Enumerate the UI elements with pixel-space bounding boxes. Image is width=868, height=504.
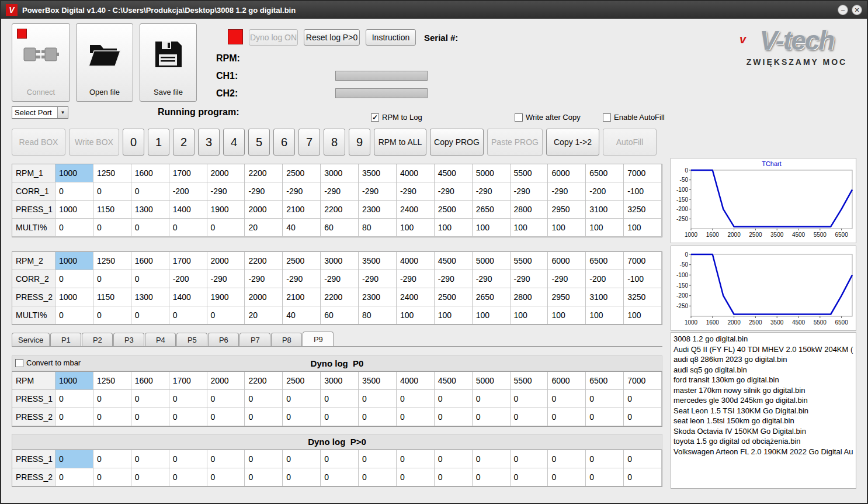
file-list-item[interactable]: toyota 1.5 go digital od obciążenia.bin bbox=[671, 436, 856, 447]
file-list-item[interactable]: ford transit 130km go digital.bin bbox=[671, 375, 856, 385]
table-cell[interactable]: 0 bbox=[473, 390, 511, 408]
table-cell[interactable]: 1000 bbox=[55, 201, 93, 219]
table-cell[interactable]: 0 bbox=[55, 450, 93, 468]
file-list-item[interactable]: Audi Q5 II (FY FL) 40 TDI MHEV 2.0 150kW… bbox=[671, 344, 856, 355]
table-cell[interactable]: 100 bbox=[586, 306, 624, 325]
table-cell[interactable]: 100 bbox=[624, 219, 662, 237]
table-cell[interactable]: 3100 bbox=[586, 201, 624, 219]
copy-prog-button[interactable]: Copy PROG bbox=[430, 129, 484, 156]
table-cell[interactable]: 5500 bbox=[511, 164, 548, 182]
table-cell[interactable]: 0 bbox=[586, 390, 624, 408]
table-cell[interactable]: 40 bbox=[283, 219, 321, 237]
table-cell[interactable]: 0 bbox=[435, 468, 473, 486]
rpm-to-all-button[interactable]: RPM to ALL bbox=[374, 129, 426, 156]
table-cell[interactable]: 100 bbox=[548, 306, 586, 325]
table-cell[interactable]: 5000 bbox=[473, 164, 511, 182]
close-button[interactable]: ✕ bbox=[852, 5, 862, 15]
table-cell[interactable]: -290 bbox=[435, 182, 473, 201]
table-cell[interactable]: 0 bbox=[93, 408, 131, 426]
table-cell[interactable]: 0 bbox=[131, 390, 169, 408]
table-cell[interactable]: 2200 bbox=[321, 201, 359, 219]
table-cell[interactable]: 0 bbox=[93, 182, 131, 201]
digit-button-3[interactable]: 3 bbox=[198, 129, 220, 156]
table-cell[interactable]: 0 bbox=[397, 468, 435, 486]
table-cell[interactable]: 2650 bbox=[473, 288, 511, 306]
table-cell[interactable]: 0 bbox=[131, 408, 169, 426]
table-cell[interactable]: 2000 bbox=[207, 252, 245, 270]
table-cell[interactable]: 0 bbox=[169, 219, 207, 237]
table-cell[interactable]: 1000 bbox=[55, 288, 93, 306]
table-cell[interactable]: -290 bbox=[397, 270, 435, 288]
table-cell[interactable]: 3500 bbox=[359, 372, 397, 390]
table-cell[interactable]: -290 bbox=[473, 270, 511, 288]
table-cell[interactable]: -290 bbox=[321, 182, 359, 201]
table-cell[interactable]: 2200 bbox=[245, 164, 283, 182]
table-cell[interactable]: -200 bbox=[586, 270, 624, 288]
table-cell[interactable]: -290 bbox=[473, 182, 511, 201]
table-cell[interactable]: 100 bbox=[548, 219, 586, 237]
table-cell[interactable]: -290 bbox=[359, 182, 397, 201]
table-cell[interactable]: 2000 bbox=[245, 201, 283, 219]
file-list-item[interactable]: master 170km nowy silnik go digital.bin bbox=[671, 385, 856, 396]
table-cell[interactable]: 0 bbox=[55, 306, 93, 325]
table-cell[interactable]: 0 bbox=[169, 450, 207, 468]
enable-autofill-option[interactable]: Enable AutoFill bbox=[603, 113, 665, 122]
table-cell[interactable]: 100 bbox=[624, 306, 662, 325]
table-cell[interactable]: 0 bbox=[207, 468, 245, 486]
table-cell[interactable]: 0 bbox=[624, 468, 662, 486]
tab-p9[interactable]: P9 bbox=[303, 332, 334, 347]
table-cell[interactable]: -200 bbox=[586, 182, 624, 201]
table-cell[interactable]: 100 bbox=[511, 219, 548, 237]
table-cell[interactable]: 0 bbox=[283, 450, 321, 468]
table-cell[interactable]: 0 bbox=[435, 390, 473, 408]
table-cell[interactable]: 4500 bbox=[435, 372, 473, 390]
read-box-button[interactable]: Read BOX bbox=[12, 129, 65, 156]
table-cell[interactable]: 0 bbox=[283, 468, 321, 486]
table-cell[interactable]: 0 bbox=[511, 468, 548, 486]
table-cell[interactable]: 0 bbox=[55, 390, 93, 408]
table-cell[interactable]: 2000 bbox=[207, 164, 245, 182]
table-cell[interactable]: 2650 bbox=[473, 201, 511, 219]
table-cell[interactable]: 0 bbox=[321, 408, 359, 426]
file-list-item[interactable]: Seat Leon 1.5 TSI 130KM Go Digital.bin bbox=[671, 406, 856, 416]
table-cell[interactable]: 0 bbox=[624, 390, 662, 408]
write-after-copy-option[interactable]: Write after Copy bbox=[515, 113, 581, 122]
file-list-item[interactable]: Skoda Octavia IV 150KM Go Digital.bin bbox=[671, 426, 856, 437]
table-cell[interactable]: 2500 bbox=[283, 164, 321, 182]
table-cell[interactable]: 3250 bbox=[624, 201, 662, 219]
table-cell[interactable]: 0 bbox=[397, 408, 435, 426]
table-cell[interactable]: 2800 bbox=[511, 288, 548, 306]
table-cell[interactable]: 60 bbox=[321, 219, 359, 237]
table-cell[interactable]: 0 bbox=[548, 408, 586, 426]
table-cell[interactable]: 0 bbox=[548, 468, 586, 486]
tab-p4[interactable]: P4 bbox=[145, 333, 176, 347]
table-cell[interactable]: 0 bbox=[207, 219, 245, 237]
table-cell[interactable]: 0 bbox=[359, 468, 397, 486]
table-cell[interactable]: 0 bbox=[511, 450, 548, 468]
table-cell[interactable]: 0 bbox=[207, 390, 245, 408]
table-cell[interactable]: 0 bbox=[55, 468, 93, 486]
convert-to-mbar-checkbox[interactable] bbox=[15, 359, 23, 367]
table-cell[interactable]: 2300 bbox=[359, 201, 397, 219]
table-cell[interactable]: 2400 bbox=[397, 201, 435, 219]
table-cell[interactable]: 0 bbox=[55, 408, 93, 426]
table-cell[interactable]: 0 bbox=[131, 306, 169, 325]
tab-p7[interactable]: P7 bbox=[239, 333, 270, 347]
table-cell[interactable]: 0 bbox=[207, 306, 245, 325]
table-cell[interactable]: 3250 bbox=[624, 288, 662, 306]
table-cell[interactable]: -100 bbox=[624, 270, 662, 288]
table-cell[interactable]: 0 bbox=[93, 270, 131, 288]
table-cell[interactable]: 100 bbox=[435, 219, 473, 237]
table-cell[interactable]: 0 bbox=[169, 390, 207, 408]
table-cell[interactable]: 0 bbox=[93, 450, 131, 468]
table-cell[interactable]: 0 bbox=[397, 450, 435, 468]
table-cell[interactable]: 20 bbox=[245, 306, 283, 325]
table-cell[interactable]: 3000 bbox=[321, 252, 359, 270]
table-cell[interactable]: 0 bbox=[321, 450, 359, 468]
table-cell[interactable]: 6000 bbox=[548, 372, 586, 390]
table-cell[interactable]: -290 bbox=[359, 270, 397, 288]
table-cell[interactable]: 1150 bbox=[93, 201, 131, 219]
table-cell[interactable]: 7000 bbox=[624, 164, 662, 182]
table-cell[interactable]: 0 bbox=[511, 390, 548, 408]
rpm-to-log-checkbox[interactable]: ✓ bbox=[371, 113, 379, 122]
